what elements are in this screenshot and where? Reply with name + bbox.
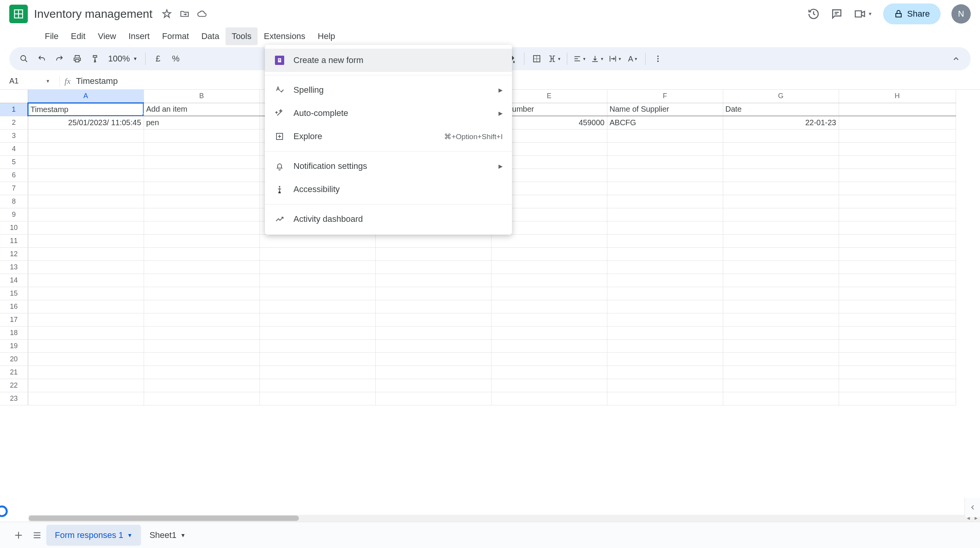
cell-E17[interactable] — [491, 313, 607, 326]
cell-E23[interactable] — [491, 392, 607, 405]
cell-F15[interactable] — [607, 287, 723, 300]
menu-item-notification-settings[interactable]: Notification settings▶ — [265, 155, 512, 178]
menu-extensions[interactable]: Extensions — [258, 27, 312, 45]
cell-F12[interactable] — [607, 247, 723, 260]
cell-C11[interactable] — [259, 234, 375, 247]
halign-icon[interactable]: ▼ — [572, 51, 587, 66]
cell-B17[interactable] — [144, 313, 259, 326]
cell-C15[interactable] — [259, 287, 375, 300]
cell-A6[interactable] — [28, 168, 144, 182]
cell-A10[interactable] — [28, 221, 144, 234]
cell-B16[interactable] — [144, 300, 259, 313]
cell-B10[interactable] — [144, 221, 259, 234]
row-header-19[interactable]: 19 — [0, 339, 28, 352]
cell-H6[interactable] — [839, 168, 956, 182]
row-header-23[interactable]: 23 — [0, 392, 28, 405]
side-panel-toggle[interactable] — [965, 498, 980, 517]
row-header-14[interactable]: 14 — [0, 274, 28, 287]
chevron-down-icon[interactable]: ▼ — [127, 532, 132, 538]
cell-E22[interactable] — [491, 379, 607, 392]
wrap-icon[interactable]: ▼ — [607, 51, 623, 66]
cell-B12[interactable] — [144, 247, 259, 260]
cell-H22[interactable] — [839, 379, 956, 392]
col-header-B[interactable]: B — [144, 90, 259, 103]
menu-file[interactable]: File — [39, 27, 64, 45]
cell-E16[interactable] — [491, 300, 607, 313]
cell-B18[interactable] — [144, 326, 259, 339]
cell-A13[interactable] — [28, 260, 144, 274]
menu-item-create-a-new-form[interactable]: Create a new form — [265, 49, 512, 72]
cell-B23[interactable] — [144, 392, 259, 405]
collapse-toolbar-icon[interactable] — [948, 51, 964, 66]
cell-B22[interactable] — [144, 379, 259, 392]
row-header-20[interactable]: 20 — [0, 352, 28, 366]
cell-B14[interactable] — [144, 274, 259, 287]
cell-H9[interactable] — [839, 208, 956, 221]
cell-D18[interactable] — [375, 326, 491, 339]
cell-E14[interactable] — [491, 274, 607, 287]
cell-E20[interactable] — [491, 352, 607, 366]
row-header-3[interactable]: 3 — [0, 129, 28, 142]
cell-H23[interactable] — [839, 392, 956, 405]
cell-D17[interactable] — [375, 313, 491, 326]
cell-D20[interactable] — [375, 352, 491, 366]
cell-F8[interactable] — [607, 195, 723, 208]
cell-D15[interactable] — [375, 287, 491, 300]
row-header-7[interactable]: 7 — [0, 182, 28, 195]
cell-G14[interactable] — [723, 274, 839, 287]
row-header-2[interactable]: 2 — [0, 116, 28, 129]
sheet-tab-sheet1[interactable]: Sheet1 ▼ — [141, 525, 194, 546]
cell-D21[interactable] — [375, 366, 491, 379]
cell-H12[interactable] — [839, 247, 956, 260]
cell-D14[interactable] — [375, 274, 491, 287]
cell-F2[interactable]: ABCFG — [607, 116, 723, 129]
cell-D12[interactable] — [375, 247, 491, 260]
cell-F20[interactable] — [607, 352, 723, 366]
cell-A8[interactable] — [28, 195, 144, 208]
cell-F9[interactable] — [607, 208, 723, 221]
valign-icon[interactable]: ▼ — [590, 51, 605, 66]
cell-H2[interactable] — [839, 116, 956, 129]
cell-C14[interactable] — [259, 274, 375, 287]
cell-E19[interactable] — [491, 339, 607, 352]
col-header-A[interactable]: A — [28, 90, 144, 103]
cell-A23[interactable] — [28, 392, 144, 405]
cell-F3[interactable] — [607, 129, 723, 142]
cell-B21[interactable] — [144, 366, 259, 379]
row-header-6[interactable]: 6 — [0, 168, 28, 182]
cell-H14[interactable] — [839, 274, 956, 287]
row-header-10[interactable]: 10 — [0, 221, 28, 234]
cell-A21[interactable] — [28, 366, 144, 379]
currency-button[interactable]: £ — [150, 51, 166, 66]
cell-A3[interactable] — [28, 129, 144, 142]
cell-A19[interactable] — [28, 339, 144, 352]
row-header-5[interactable]: 5 — [0, 155, 28, 168]
cell-G9[interactable] — [723, 208, 839, 221]
cell-A14[interactable] — [28, 274, 144, 287]
row-header-17[interactable]: 17 — [0, 313, 28, 326]
cell-C22[interactable] — [259, 379, 375, 392]
rotate-icon[interactable]: A▼ — [625, 51, 641, 66]
menu-item-activity-dashboard[interactable]: Activity dashboard — [265, 208, 512, 231]
cell-C23[interactable] — [259, 392, 375, 405]
cell-H8[interactable] — [839, 195, 956, 208]
cell-H19[interactable] — [839, 339, 956, 352]
cell-B9[interactable] — [144, 208, 259, 221]
cell-F11[interactable] — [607, 234, 723, 247]
cell-A22[interactable] — [28, 379, 144, 392]
row-header-18[interactable]: 18 — [0, 326, 28, 339]
cell-C21[interactable] — [259, 366, 375, 379]
menu-edit[interactable]: Edit — [64, 27, 92, 45]
share-button[interactable]: Share — [883, 3, 941, 24]
merge-icon[interactable]: ▼ — [547, 51, 562, 66]
row-header-1[interactable]: 1 — [0, 103, 28, 116]
comment-icon[interactable] — [831, 8, 843, 20]
cell-G8[interactable] — [723, 195, 839, 208]
cell-H1[interactable] — [839, 103, 956, 116]
cell-G12[interactable] — [723, 247, 839, 260]
cell-G15[interactable] — [723, 287, 839, 300]
cell-F6[interactable] — [607, 168, 723, 182]
cell-F13[interactable] — [607, 260, 723, 274]
cell-F23[interactable] — [607, 392, 723, 405]
cell-H17[interactable] — [839, 313, 956, 326]
